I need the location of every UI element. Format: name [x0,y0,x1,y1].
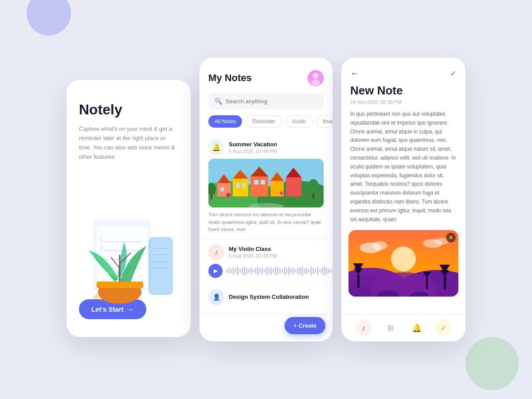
note-icon-music: ♪ [208,244,224,260]
new-note-date: 24 Nov 2020, 02:38 PM [341,99,466,110]
play-button[interactable]: ▶ [208,264,223,278]
nav-check-icon[interactable]: ✓ [435,320,451,336]
notes-list: 🔔 Summer Vacation 6 Aug 2020, 07:49 PM [200,134,332,341]
tab-images[interactable]: Images [316,115,332,128]
note-title-design: Design System Collaboration [229,293,324,300]
svg-text:2: 2 [100,246,102,250]
audio-player: ▶ [208,264,324,278]
svg-rect-60 [444,277,446,289]
phone-notes: My Notes 🔍 All Notes Reminder Audio Imag… [200,58,332,341]
svg-rect-10 [97,282,143,288]
avatar-image [308,70,324,86]
notes-header: My Notes [200,58,332,93]
svg-rect-63 [426,278,428,289]
note-date-violin: 6 Aug 2020, 07:49 PM [229,253,324,258]
note-item-violin[interactable]: ♪ My Violin Class 6 Aug 2020, 07:49 PM ▶ [200,239,332,284]
svg-point-44 [308,179,319,193]
svg-rect-57 [357,274,360,288]
svg-point-49 [391,246,416,271]
svg-point-46 [280,192,283,195]
note-item-summer[interactable]: 🔔 Summer Vacation 6 Aug 2020, 07:49 PM [200,134,332,239]
svg-point-22 [311,79,320,86]
note-text-summer: Tum dicere exorsus est laborum et via pr… [208,211,324,233]
svg-point-45 [226,193,231,197]
app-title: Notely [79,102,178,117]
tab-audio[interactable]: Audio [286,115,313,128]
app-description: Capture what's on your mind & get a remi… [79,125,178,161]
avatar[interactable] [308,70,324,86]
svg-rect-28 [233,179,248,196]
sunset-illustration [348,230,458,297]
phone-intro: Notely Capture what's on your mind & get… [66,80,191,337]
svg-rect-34 [286,177,301,196]
new-note-header: ← ✓ [341,58,466,84]
search-bar[interactable]: 🔍 [208,93,324,109]
search-input[interactable] [226,98,317,105]
svg-rect-36 [220,188,224,191]
phone-new-note: ← ✓ New Note 24 Nov 2020, 02:38 PM In qu… [341,58,466,341]
nav-bell-icon[interactable]: 🔔 [409,320,425,336]
note-item-design[interactable]: 👤 Design System Collaboration [200,284,332,314]
note-title-summer: Summer Vacation [229,141,324,148]
note-image-summer [208,159,324,207]
svg-rect-37 [236,183,240,188]
back-button[interactable]: ← [350,68,359,78]
nav-image-icon[interactable]: ⊞ [382,320,398,336]
create-button[interactable]: + Create [285,317,325,334]
note-icon-bell: 🔔 [208,139,224,155]
svg-rect-40 [261,180,265,184]
tab-reminder[interactable]: Reminder [246,115,282,128]
notes-title: My Notes [208,72,252,84]
svg-point-51 [372,241,387,250]
phone1-illustration: 1 2 3 [66,211,191,308]
svg-point-21 [313,73,318,78]
svg-rect-15 [151,239,171,293]
confirm-button[interactable]: ✓ [450,69,457,78]
waveform [226,266,332,276]
new-note-body: In quo pertineant non quo aut voluptates… [341,110,466,230]
svg-rect-39 [254,180,258,184]
svg-text:1: 1 [100,237,102,242]
note-title-violin: My Violin Class [229,246,324,252]
bg-decoration-bottom [466,337,519,390]
tab-all-notes[interactable]: All Notes [208,115,242,128]
new-note-title: New Note [341,84,466,99]
search-icon: 🔍 [215,98,222,105]
phones-container: Notely Capture what's on your mind & get… [0,0,532,399]
note-date-summer: 6 Aug 2020, 07:49 PM [229,149,324,154]
filter-tabs: All Notes Reminder Audio Images [200,115,332,134]
svg-rect-30 [250,176,268,196]
svg-rect-38 [242,183,246,188]
new-note-image: ✕ [348,230,458,297]
nav-music-icon[interactable]: ♪ [356,320,372,336]
village-illustration [208,159,324,207]
bottom-nav: ♪ ⊞ 🔔 ✓ [341,314,466,341]
note-icon-person: 👤 [208,289,224,305]
plant-illustration-svg: 1 2 3 [66,211,191,308]
